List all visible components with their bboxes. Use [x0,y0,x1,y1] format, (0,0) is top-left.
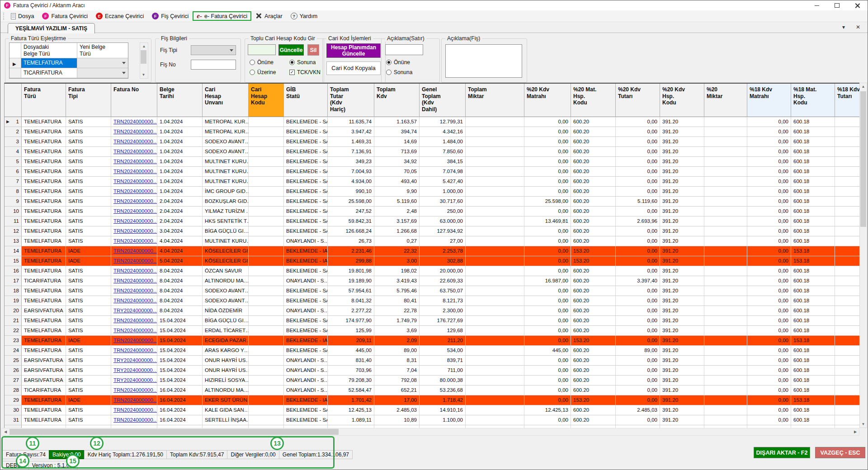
mapping-grid-scrollbar[interactable]: ▲ ▼ [140,42,148,79]
fatura-no-link[interactable]: TRN2024000000… [113,258,157,263]
fatura-no-link[interactable]: TRN2024000000… [113,139,157,144]
menu-item-4[interactable]: e-e- Fatura Çevirici [193,11,251,21]
menu-item-5[interactable]: Araçlar [251,12,287,20]
mapping-column-header[interactable]: Dosyadaki Belge Türü [21,43,77,58]
belge-turu-cell[interactable]: TICARIFATURA [21,68,77,78]
fatura-no-link[interactable]: TRN2024000000… [113,238,157,244]
hesap-planimdan-guncelle-button[interactable]: Hesap Planımdan Güncelle [326,43,381,58]
fatura-no-link[interactable]: TRN2024000000… [113,278,157,283]
maximize-button[interactable] [827,0,847,10]
table-row[interactable]: 16TEMELFATURASATISTRN2024000000…8.04.202… [5,266,859,276]
fis-no-input[interactable] [191,60,236,70]
radio-onune[interactable]: Önüne [249,59,275,66]
fatura-no-link[interactable]: TRY2024000000… [113,367,157,373]
fatura-no-link[interactable]: TRN2024000000… [113,208,157,214]
table-row[interactable]: 18TEMELFATURASATISTRN2024000000…8.04.202… [5,286,859,296]
tab-close-icon[interactable]: ✕ [856,24,860,30]
fatura-no-link[interactable]: TRN2024000000… [113,417,157,423]
belge-turu-cell[interactable]: TEMELFATURA [21,58,77,68]
fatura-no-link[interactable]: TRN2024000000… [113,169,157,174]
table-row[interactable]: 24TEMELFATURASATISTRN2024000000…15.04.20… [5,346,859,356]
table-row[interactable]: 2TEMELFATURASATISTRN2024000000…1.04.2024… [5,127,859,137]
yeni-belge-turu-select[interactable] [77,58,128,68]
fatura-no-link[interactable]: TRN2024000000… [113,179,157,184]
column-header-mi20[interactable]: %20 Miktar [704,84,747,117]
fatura-no-link[interactable]: TRN2024000000… [113,328,157,333]
column-header-btar[interactable]: Belge Tarihi [157,84,203,117]
column-header-h18[interactable]: %18 Mat. Hsp. Kodu [791,84,835,117]
fatura-no-link[interactable]: TRN2024000000… [113,318,157,323]
fatura-no-link[interactable]: TRN2024000000… [113,188,157,194]
table-row[interactable]: 4TEMELFATURASATISTRN2024000000…1.04.2024… [5,147,859,157]
table-row[interactable]: 29TEMELFATURAIADETRN2024000000…16.04.202… [5,395,859,405]
fatura-no-link[interactable]: TRN2024000000… [113,288,157,293]
fatura-no-link[interactable]: TRY2024000000… [113,377,157,383]
mapping-row[interactable]: TICARIFATURA [9,68,128,78]
close-button[interactable] [847,0,868,10]
table-row[interactable]: 19TEMELFATURASATISTRN2024000000…8.04.202… [5,296,859,306]
table-row[interactable]: 8TEMELFATURASATISTRN2024000000…1.04.2024… [5,187,859,197]
column-header-m20[interactable]: %20 Kdv Matrahı [524,84,571,117]
column-header-ckod[interactable]: Cari Hesap Kodu [249,84,284,117]
column-header-ftip[interactable]: Fatura Tipi [66,84,111,117]
minimize-button[interactable] [807,0,827,10]
table-row[interactable]: 15TEMELFATURAIADETRN2024000000…5.04.2024… [5,256,859,266]
aciklama-satir-input[interactable] [385,44,423,55]
table-row[interactable]: 21TEMELFATURASATISTRN2024000000…15.04.20… [5,316,859,326]
fatura-no-link[interactable]: TRN2024000000… [113,397,157,403]
scroll-thumb[interactable] [9,429,339,435]
fatura-no-link[interactable]: TRN2024000000… [113,198,157,204]
column-header-sel[interactable] [5,84,22,117]
column-header-tutar[interactable]: Toplam Tutar (Kdv Hariç) [328,84,374,117]
table-row[interactable]: 10TEMELFATURASATISTRN2024000000…2.04.202… [5,207,859,216]
vazgec-button[interactable]: VAZGEÇ - ESC [815,447,865,458]
cari-kod-kopyala-button[interactable]: Cari Kod Kopyala [326,61,381,75]
checkbox-tck-vkn[interactable]: ✓ TCK/VKN [288,69,322,76]
table-row[interactable]: 20EARSIVFATURASATISTRY2024000000…8.04.20… [5,306,859,316]
mapping-row[interactable]: ▶TEMELFATURA [9,58,128,68]
tab-yesilmavi-satis[interactable]: YEŞİLMAVİ YAZILIM - SATIŞ [8,23,95,33]
radio-aciklama-onune[interactable]: Önüne [385,59,412,66]
column-header-gib[interactable]: GİB Statü [284,84,328,117]
disari-aktar-button[interactable]: DIŞARI AKTAR - F2 [754,447,810,458]
radio-sonuna[interactable]: Sonuna [288,59,317,66]
table-row[interactable]: 28TICARIFATURASATISTRN2024000000…16.04.2… [5,385,859,395]
menu-item-0[interactable]: Dosya [7,12,38,20]
table-row[interactable]: 23TEMELFATURAIADETRN2024000000…15.04.202… [5,336,859,346]
table-row[interactable]: 22TEMELFATURASATISTRN2024000000…15.04.20… [5,326,859,336]
table-row[interactable]: 14TEMELFATURAIADETRN2024000000…4.04.2024… [5,246,859,256]
column-header-h20[interactable]: %20 Mat. Hsp. Kodu [571,84,616,117]
radio-uzerine[interactable]: Üzerine [249,69,278,76]
column-header-unvan[interactable]: Cari Hesap Unvanı [203,84,249,117]
column-header-miktar[interactable]: Toplam Miktar [466,84,524,117]
fatura-no-link[interactable]: TRN2024000000… [113,119,157,124]
table-row[interactable]: 26EARSIVFATURASATISTRY2024000000…15.04.2… [5,366,859,376]
table-row[interactable]: 17TICARIFATURASATISTRN2024000000…8.04.20… [5,276,859,286]
table-row[interactable]: 30TEMELFATURASATISTRN2024000000…16.04.20… [5,405,859,415]
fatura-no-link[interactable]: TRN2024000000… [113,129,157,134]
table-row[interactable]: 3TEMELFATURASATISTRN2024000000…1.04.2024… [5,137,859,147]
fatura-no-link[interactable]: TRN2024000000… [113,348,157,353]
horizontal-scrollbar[interactable]: ◀ ▶ [1,428,859,436]
table-row[interactable]: 9TEMELFATURASATISTRN2024000000…2.04.2024… [5,197,859,207]
scroll-thumb[interactable] [860,91,866,227]
fatura-no-link[interactable]: TRN2024000000… [113,268,157,273]
fatura-no-link[interactable]: TRN2024000000… [113,218,157,224]
fatura-no-link[interactable]: TRY2024000000… [113,357,157,363]
scroll-up-icon[interactable]: ▲ [860,83,867,90]
menu-item-1[interactable]: FFatura Çevirici [38,12,92,20]
column-header-ftur[interactable]: Fatura Türü [22,84,66,117]
radio-aciklama-sonuna[interactable]: Sonuna [385,69,414,76]
mapping-column-header[interactable]: Yeni Belge Türü [77,43,128,58]
table-row[interactable]: 7TEMELFATURASATISTRN2024000000…1.04.2024… [5,177,859,187]
fatura-no-link[interactable]: TRN2024000000… [113,298,157,303]
column-header-m18[interactable]: %18 Kdv Matrahı [747,84,791,117]
table-row[interactable]: 6TEMELFATURASATISTRN2024000000…1.04.2024… [5,167,859,177]
table-row[interactable]: 11TEMELFATURASATISTRN2024000000…2.04.202… [5,216,859,226]
column-header-t18[interactable]: %18 Kdv Tutarı [835,84,859,117]
fatura-no-link[interactable]: TRN2024000000… [113,159,157,164]
scroll-down-icon[interactable]: ▼ [140,71,147,78]
sil-button[interactable]: Sil [307,44,319,56]
fatura-no-link[interactable]: TRN2024000000… [113,407,157,413]
fatura-no-link[interactable]: TRY2024000000… [113,308,157,313]
